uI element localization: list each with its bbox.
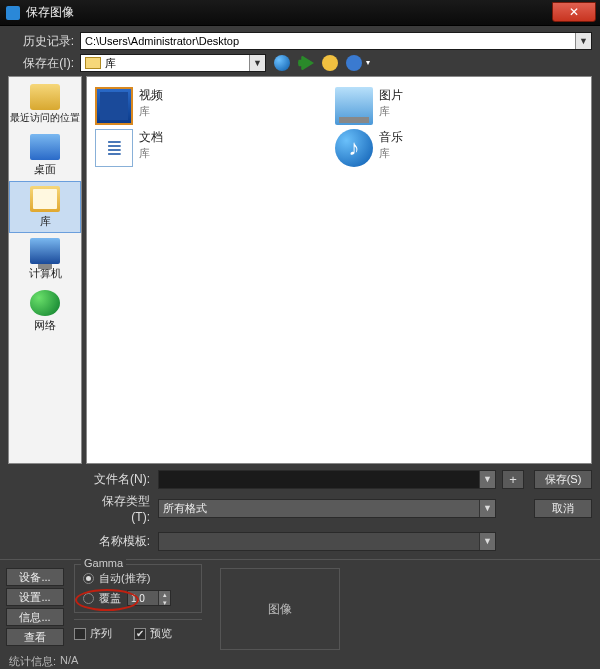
cancel-button[interactable]: 取消	[534, 499, 592, 518]
gamma-value: 1.0	[131, 593, 145, 604]
place-desktop[interactable]: 桌面	[9, 129, 81, 181]
back-icon[interactable]	[274, 55, 290, 71]
gamma-seq-column: Gamma 自动(推荐) 覆盖 1.0 ▴▾ 序列 ✔ 预	[64, 564, 202, 650]
preview-placeholder: 图像	[268, 601, 292, 618]
savetype-dropdown[interactable]: 所有格式 ▼	[158, 499, 496, 518]
sequence-checkbox[interactable]: 序列	[74, 626, 112, 641]
stats-value: N/A	[60, 654, 78, 669]
left-buttons: 设备... 设置... 信息... 查看	[6, 568, 64, 650]
file-type: 库	[379, 104, 403, 119]
place-network[interactable]: 网络	[9, 285, 81, 337]
preview-checkbox[interactable]: ✔ 预览	[134, 626, 172, 641]
savein-row: 保存在(I): 库 ▼	[8, 54, 592, 72]
file-type: 库	[139, 104, 163, 119]
place-label: 网络	[34, 318, 56, 333]
file-text: 文档 库	[139, 129, 163, 161]
place-label: 桌面	[34, 162, 56, 177]
template-dropdown[interactable]: ▼	[158, 532, 496, 551]
file-type: 库	[379, 146, 403, 161]
settings-button[interactable]: 设置...	[6, 588, 64, 606]
chevron-down-icon: ▼	[249, 55, 265, 71]
history-dropdown[interactable]: C:\Users\Administrator\Desktop ▼	[80, 32, 592, 50]
place-label: 库	[40, 214, 51, 229]
sequence-row: 序列 ✔ 预览	[74, 619, 202, 641]
file-item-video[interactable]: 视频 库	[95, 87, 295, 125]
gamma-group: Gamma 自动(推荐) 覆盖 1.0 ▴▾	[74, 564, 202, 613]
chevron-down-icon[interactable]: ▼	[479, 471, 495, 488]
savein-label: 保存在(I):	[8, 55, 80, 72]
file-name: 文档	[139, 129, 163, 146]
gamma-override-radio[interactable]: 覆盖 1.0 ▴▾	[83, 590, 193, 606]
sequence-label: 序列	[90, 626, 112, 641]
status-bar: 统计信息: N/A 位置: N/A	[0, 652, 600, 669]
place-library[interactable]: 库	[9, 181, 81, 233]
lower-panel: 设备... 设置... 信息... 查看 Gamma 自动(推荐) 覆盖 1.0…	[0, 559, 600, 652]
history-row: 历史记录: C:\Users\Administrator\Desktop ▼	[8, 32, 592, 50]
close-button[interactable]: ✕	[552, 2, 596, 22]
chevron-down-icon[interactable]: ▼	[479, 533, 495, 550]
filename-row: 文件名(N): ▼ + 保存(S)	[8, 470, 592, 489]
new-folder-icon[interactable]	[322, 55, 338, 71]
gamma-auto-radio[interactable]: 自动(推荐)	[83, 571, 193, 586]
computer-icon	[30, 238, 60, 264]
place-recent[interactable]: 最近访问的位置	[9, 77, 81, 129]
library-icon	[30, 186, 60, 212]
checkbox-icon: ✔	[134, 628, 146, 640]
chevron-down-icon: ▼	[575, 33, 591, 49]
spinner-buttons[interactable]: ▴▾	[158, 591, 170, 605]
up-icon[interactable]	[298, 55, 314, 71]
gamma-value-spinner[interactable]: 1.0 ▴▾	[127, 590, 171, 606]
file-panel: 最近访问的位置 桌面 库 计算机 网络 视频	[8, 76, 592, 464]
savetype-label: 保存类型(T):	[86, 493, 158, 524]
file-name: 图片	[379, 87, 403, 104]
window-title: 保存图像	[26, 4, 74, 21]
checkbox-icon	[74, 628, 86, 640]
gamma-override-label: 覆盖	[99, 591, 121, 606]
file-name: 音乐	[379, 129, 403, 146]
place-computer[interactable]: 计算机	[9, 233, 81, 285]
info-button[interactable]: 信息...	[6, 608, 64, 626]
close-icon: ✕	[569, 5, 579, 19]
app-icon	[6, 6, 20, 20]
template-label: 名称模板:	[86, 533, 158, 550]
preview-label: 预览	[150, 626, 172, 641]
view-menu-icon[interactable]	[346, 55, 362, 71]
radio-icon	[83, 573, 94, 584]
place-label: 最近访问的位置	[10, 112, 80, 123]
places-bar: 最近访问的位置 桌面 库 计算机 网络	[8, 76, 82, 464]
bottom-fields: 文件名(N): ▼ + 保存(S) 保存类型(T): 所有格式 ▼ 取消 名称模…	[8, 470, 592, 551]
folder-icon	[85, 57, 101, 69]
recent-icon	[30, 84, 60, 110]
documents-icon	[95, 129, 133, 167]
titlebar: 保存图像 ✕	[0, 0, 600, 26]
chevron-down-icon[interactable]: ▼	[479, 500, 495, 517]
device-button[interactable]: 设备...	[6, 568, 64, 586]
file-item-pictures[interactable]: 图片 库	[335, 87, 535, 125]
savein-dropdown[interactable]: 库 ▼	[80, 54, 266, 72]
savetype-value: 所有格式	[163, 502, 207, 514]
file-name: 视频	[139, 87, 163, 104]
stats-label: 统计信息:	[6, 654, 60, 669]
view-button[interactable]: 查看	[6, 628, 64, 646]
filename-input[interactable]: ▼	[158, 470, 496, 489]
preview-box: 图像	[220, 568, 340, 650]
pictures-icon	[335, 87, 373, 125]
nav-icons	[274, 55, 362, 71]
history-label: 历史记录:	[8, 33, 80, 50]
file-text: 图片 库	[379, 87, 403, 119]
radio-icon	[83, 593, 94, 604]
plus-button[interactable]: +	[502, 470, 524, 489]
savetype-row: 保存类型(T): 所有格式 ▼ 取消	[8, 493, 592, 524]
history-value: C:\Users\Administrator\Desktop	[85, 35, 239, 47]
music-icon	[335, 129, 373, 167]
file-list[interactable]: 视频 库 图片 库 文档 库 音乐	[86, 76, 592, 464]
savein-value: 库	[105, 55, 116, 71]
file-item-music[interactable]: 音乐 库	[335, 129, 535, 167]
desktop-icon	[30, 134, 60, 160]
network-icon	[30, 290, 60, 316]
gamma-legend: Gamma	[81, 557, 126, 569]
dialog-body: 历史记录: C:\Users\Administrator\Desktop ▼ 保…	[0, 26, 600, 559]
file-item-documents[interactable]: 文档 库	[95, 129, 295, 167]
save-button[interactable]: 保存(S)	[534, 470, 592, 489]
template-row: 名称模板: ▼	[8, 532, 592, 551]
